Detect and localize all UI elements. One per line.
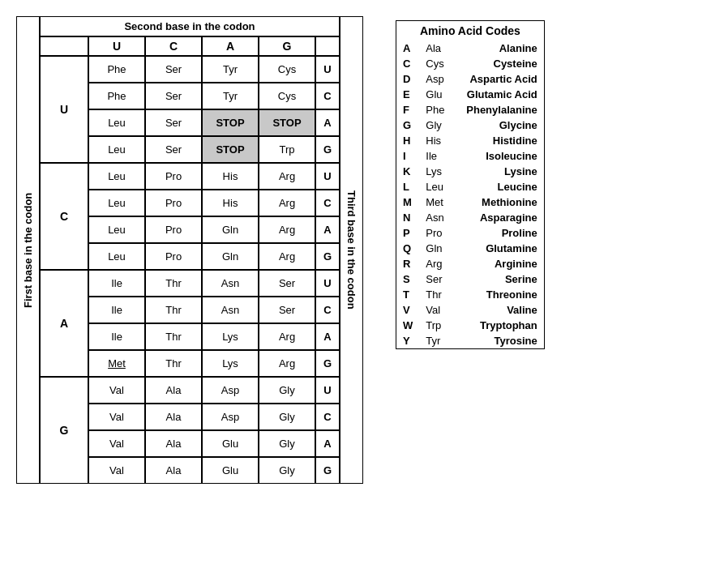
amino-cell: Ser — [145, 56, 202, 83]
amino-cell: Asp — [202, 404, 259, 430]
amino-cell-stop: STOP — [259, 109, 315, 136]
amino-cell: Gly — [259, 404, 315, 430]
amino-cell: Val — [88, 404, 145, 430]
amino-letter: G — [396, 117, 420, 133]
group-C: C Leu Pro His Arg U Leu Pro — [40, 163, 340, 270]
amino-cell: Leu — [88, 216, 145, 243]
amino-letter: W — [396, 318, 420, 333]
amino-abbr: Val — [419, 302, 460, 318]
amino-letter: M — [396, 194, 420, 210]
first-base-cell-C: C — [40, 163, 88, 270]
amino-letter: V — [396, 302, 420, 318]
amino-code-row: NAsnAsparagine — [396, 210, 545, 225]
amino-cell: Ala — [145, 430, 202, 457]
amino-cols-U: Phe Ser Tyr Cys U Phe Ser Tyr Cys C — [88, 56, 340, 163]
third-base-cell: A — [315, 430, 340, 457]
amino-full: Aspartic Acid — [460, 71, 544, 87]
amino-abbr: Gly — [419, 117, 460, 133]
amino-letter: R — [396, 256, 420, 271]
first-base-C: C — [40, 163, 88, 270]
amino-row: Val Ala Glu Gly G — [88, 457, 340, 484]
amino-cell: Val — [88, 430, 145, 457]
first-base-label: First base in the codon — [16, 16, 40, 484]
amino-abbr: Glu — [419, 87, 460, 102]
amino-letter: L — [396, 179, 420, 194]
amino-full: Histidine — [460, 133, 544, 148]
amino-cell: Lys — [202, 350, 259, 377]
col-header-C: C — [145, 36, 202, 56]
amino-codes-table: Amino Acid Codes AAlaAlanineCCysCysteine… — [396, 20, 545, 349]
amino-abbr: His — [419, 133, 460, 148]
amino-code-row: KLysLysine — [396, 164, 545, 179]
third-base-cell: U — [315, 56, 340, 83]
codon-grid: U C A G U Phe Ser — [40, 36, 340, 484]
col-header-U: U — [88, 36, 145, 56]
amino-cell: Gly — [259, 457, 315, 484]
amino-cell: Ser — [145, 83, 202, 109]
amino-cell: Glu — [202, 430, 259, 457]
col-headers-row: U C A G — [40, 36, 340, 56]
amino-code-row: GGlyGlycine — [396, 117, 545, 133]
amino-cell-stop: STOP — [202, 109, 259, 136]
amino-row: Ile Thr Lys Arg A — [88, 323, 340, 350]
amino-row: Leu Pro Gln Arg A — [88, 216, 340, 243]
amino-cell: Gln — [202, 243, 259, 270]
second-base-header: Second base in the codon — [40, 16, 340, 36]
amino-full: Glycine — [460, 117, 544, 133]
amino-cell: Arg — [259, 163, 315, 190]
amino-code-row: DAspAspartic Acid — [396, 71, 545, 87]
third-base-cell: C — [315, 83, 340, 109]
amino-cell: Asn — [202, 297, 259, 323]
amino-cell: Asp — [202, 377, 259, 404]
amino-code-row: WTrpTryptophan — [396, 318, 545, 333]
third-base-cell: G — [315, 350, 340, 377]
amino-letter: I — [396, 148, 420, 164]
amino-row: Ile Thr Asn Ser U — [88, 270, 340, 297]
amino-cell-stop: STOP — [202, 136, 259, 163]
amino-row: Leu Pro Gln Arg G — [88, 243, 340, 270]
amino-row: Leu Ser STOP STOP A — [88, 109, 340, 136]
amino-letter: D — [396, 71, 420, 87]
amino-letter: S — [396, 271, 420, 287]
amino-cell: His — [202, 190, 259, 216]
amino-full: Phenylalanine — [460, 102, 544, 117]
amino-cell: Leu — [88, 136, 145, 163]
amino-row: Val Ala Glu Gly A — [88, 430, 340, 457]
amino-cell: Val — [88, 457, 145, 484]
amino-letter: Y — [396, 333, 420, 349]
amino-cell: Ile — [88, 270, 145, 297]
amino-abbr: Cys — [419, 56, 460, 71]
third-base-label: Third base in the codon — [340, 16, 363, 484]
amino-code-row: VValValine — [396, 302, 545, 318]
first-base-A: A — [40, 270, 88, 377]
amino-cell: Arg — [259, 216, 315, 243]
amino-cell: Ser — [145, 109, 202, 136]
amino-row: Ile Thr Asn Ser C — [88, 297, 340, 323]
third-base-cell: U — [315, 163, 340, 190]
amino-code-row: MMetMethionine — [396, 194, 545, 210]
spacer — [40, 36, 88, 56]
amino-codes-title: Amino Acid Codes — [396, 21, 545, 41]
amino-letter: P — [396, 225, 420, 241]
third-base-cell: C — [315, 404, 340, 430]
amino-cols-C: Leu Pro His Arg U Leu Pro His Arg C — [88, 163, 340, 270]
amino-cell: Pro — [145, 216, 202, 243]
amino-code-row: EGluGlutamic Acid — [396, 87, 545, 102]
amino-full: Glutamic Acid — [460, 87, 544, 102]
amino-abbr: Lys — [419, 164, 460, 179]
amino-full: Valine — [460, 302, 544, 318]
amino-letter: C — [396, 56, 420, 71]
amino-letter: N — [396, 210, 420, 225]
amino-full: Serine — [460, 271, 544, 287]
amino-full: Methionine — [460, 194, 544, 210]
amino-code-row: QGlnGlutamine — [396, 241, 545, 256]
amino-cell: Pro — [145, 163, 202, 190]
amino-cell: Ala — [145, 457, 202, 484]
amino-cell: Leu — [88, 243, 145, 270]
amino-abbr: Tyr — [419, 333, 460, 349]
first-base-cell-A: A — [40, 270, 88, 377]
amino-full: Glutamine — [460, 241, 544, 256]
amino-abbr: Phe — [419, 102, 460, 117]
amino-abbr: Asp — [419, 71, 460, 87]
amino-cell: Pro — [145, 243, 202, 270]
